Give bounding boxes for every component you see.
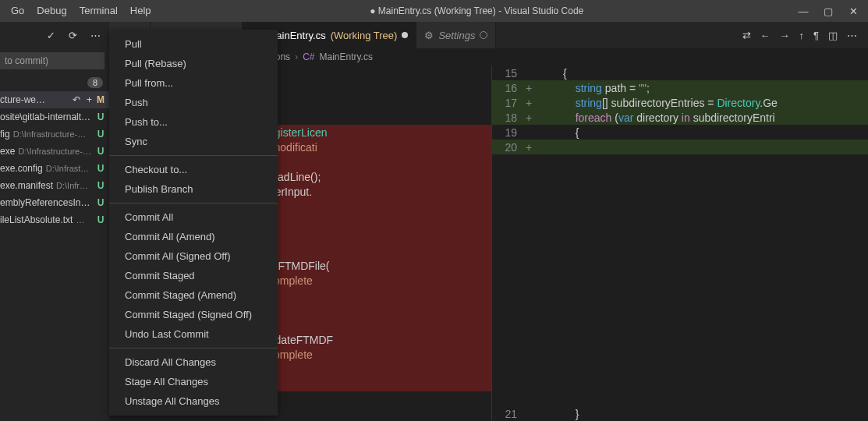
- tab-settings[interactable]: ⚙Settings: [416, 22, 496, 48]
- menu-item-undo-last-commit[interactable]: Undo Last Commit: [109, 324, 278, 344]
- menu-terminal[interactable]: Terminal: [73, 0, 124, 22]
- scm-more-menu: PullPull (Rebase)Pull from...PushPush to…: [109, 30, 278, 416]
- menu-item-commit-staged-signed-off-[interactable]: Commit Staged (Signed Off): [109, 305, 278, 324]
- menubar: Go Debug Terminal Help: [0, 0, 158, 22]
- menu-item-pull-rebase-[interactable]: Pull (Rebase): [109, 54, 278, 73]
- menu-item-stage-all-changes[interactable]: Stage All Changes: [109, 372, 278, 391]
- close-ring-icon[interactable]: [480, 31, 487, 39]
- menu-item-commit-staged[interactable]: Commit Staged: [109, 266, 278, 285]
- titlebar: Go Debug Terminal Help ● MainEntry.cs (W…: [0, 0, 868, 22]
- menu-item-commit-staged-amend-[interactable]: Commit Staged (Amend): [109, 285, 278, 305]
- menu-item-push-to-[interactable]: Push to...: [109, 112, 278, 132]
- changes-list: cture-we… ↶ + M osite\gitlab-internalt…U…: [0, 91, 109, 228]
- menu-item-discard-all-changes[interactable]: Discard All Changes: [109, 352, 278, 372]
- file-row[interactable]: cture-we… ↶ + M: [0, 91, 109, 108]
- file-row[interactable]: exe.configD:\Infrast…U: [0, 160, 109, 177]
- scm-sidebar: ✓ ⟳ ⋯ to commit) 8 cture-we… ↶ + M osite…: [0, 22, 109, 421]
- window-controls: — ▢ ✕: [796, 5, 868, 17]
- file-row[interactable]: figD:\Infrastructure-…U: [0, 126, 109, 143]
- pilcrow-icon[interactable]: ¶: [813, 30, 819, 41]
- window-title: ● MainEntry.cs (Working Tree) - Visual S…: [158, 5, 796, 16]
- commit-check-icon[interactable]: ✓: [47, 30, 58, 41]
- close-icon[interactable]: ✕: [846, 5, 860, 17]
- diff-right-pane[interactable]: 15 { 16+ string path = ""; 17+ string[] …: [491, 65, 868, 421]
- status-letter: M: [95, 94, 106, 105]
- maximize-icon[interactable]: ▢: [821, 5, 835, 17]
- menu-item-checkout-to-[interactable]: Checkout to...: [109, 160, 278, 179]
- commit-message-input[interactable]: to commit): [0, 52, 105, 69]
- file-row[interactable]: ileListAbsolute.txt…U: [0, 211, 109, 228]
- menu-item-commit-all-signed-off-[interactable]: Commit All (Signed Off): [109, 246, 278, 266]
- menu-item-pull-from-[interactable]: Pull from...: [109, 73, 278, 93]
- menu-item-pull[interactable]: Pull: [109, 34, 278, 54]
- menu-item-commit-all[interactable]: Commit All: [109, 207, 278, 227]
- menu-item-unstage-all-changes[interactable]: Unstage All Changes: [109, 391, 278, 411]
- dirty-dot-icon: [402, 32, 408, 38]
- minimize-icon[interactable]: —: [796, 5, 810, 17]
- changes-badge: 8: [87, 77, 103, 88]
- menu-item-sync[interactable]: Sync: [109, 132, 278, 151]
- menu-go[interactable]: Go: [5, 0, 30, 22]
- menu-item-publish-branch[interactable]: Publish Branch: [109, 179, 278, 199]
- menu-debug[interactable]: Debug: [30, 0, 73, 22]
- split-icon[interactable]: ◫: [828, 30, 838, 41]
- file-row[interactable]: exe.manifestD:\Infr…U: [0, 177, 109, 194]
- menu-help[interactable]: Help: [124, 0, 158, 22]
- revert-icon[interactable]: ↶: [73, 94, 80, 105]
- gear-icon: ⚙: [424, 30, 434, 41]
- stage-icon[interactable]: +: [87, 94, 92, 105]
- more-icon[interactable]: ⋯: [90, 30, 101, 41]
- compare-icon[interactable]: ⇄: [742, 30, 751, 41]
- more-icon[interactable]: ⋯: [847, 30, 857, 41]
- arrow-up-icon[interactable]: ↑: [799, 30, 805, 41]
- file-row[interactable]: emblyReferencesIn…U: [0, 194, 109, 211]
- arrow-left-icon[interactable]: ←: [760, 30, 771, 41]
- file-row[interactable]: osite\gitlab-internalt…U: [0, 108, 109, 126]
- menu-item-commit-all-amend-[interactable]: Commit All (Amend): [109, 227, 278, 246]
- refresh-icon[interactable]: ⟳: [69, 30, 80, 41]
- file-row[interactable]: exeD:\Infrastructure-…U: [0, 143, 109, 160]
- arrow-right-icon[interactable]: →: [780, 30, 790, 41]
- menu-item-push[interactable]: Push: [109, 93, 278, 112]
